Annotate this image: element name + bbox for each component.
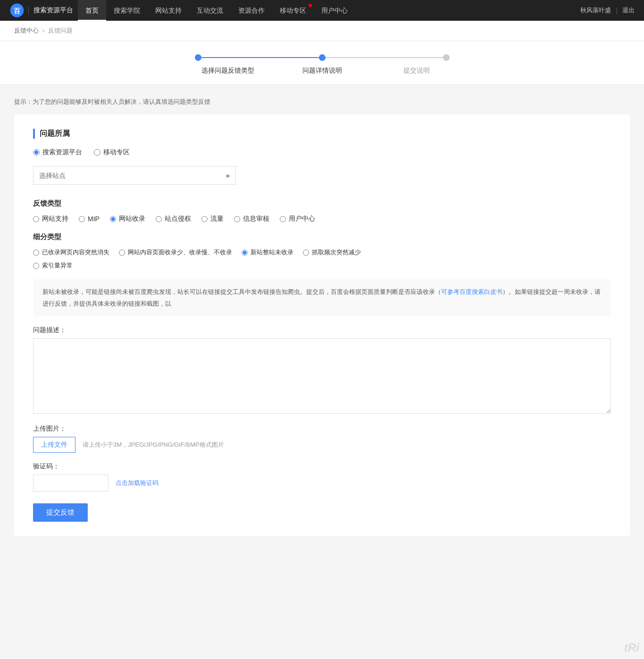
feedback-type-info-review-input[interactable] <box>234 216 240 222</box>
feedback-type-info-review[interactable]: 信息审核 <box>234 215 269 223</box>
nav-dot-mobile <box>309 4 312 7</box>
form-card: 问题所属 搜索资源平台 移动专区 选择站点 ▶ 反馈类型 <box>14 115 630 536</box>
nav-divider: | <box>616 7 618 14</box>
upload-button[interactable]: 上传文件 <box>33 437 75 453</box>
fine-type-group-row1: 已收录网页内容突然消失 网站内容页面收录少、收录慢、不收录 新站整站未收录 抓取… <box>33 248 611 257</box>
fine-type-index-anomaly-input[interactable] <box>33 263 39 269</box>
nav-link-academy[interactable]: 搜索学院 <box>106 0 148 21</box>
fine-type-disappeared-input[interactable] <box>33 250 39 256</box>
nav-link-interaction[interactable]: 互动交流 <box>189 0 231 21</box>
breadcrumb-separator: > <box>42 27 45 34</box>
step-label-2: 问题详情说明 <box>275 67 369 75</box>
step-circle-3 <box>443 54 450 61</box>
platform-radio-mobile[interactable]: 移动专区 <box>94 148 130 157</box>
captcha-section: 验证码： 点击加载验证码 <box>33 462 611 492</box>
feedback-type-user-center[interactable]: 用户中心 <box>280 215 315 223</box>
step-line-1 <box>201 57 319 58</box>
problem-desc-section: 问题描述： <box>33 326 611 415</box>
feedback-type-infringement-input[interactable] <box>156 216 162 222</box>
fine-type-section: 细分类型 已收录网页内容突然消失 网站内容页面收录少、收录慢、不收录 新站整站未… <box>33 233 611 270</box>
breadcrumb-current: 反馈问题 <box>48 26 73 35</box>
steps-container: 选择问题反馈类型 问题详情说明 提交说明 <box>0 41 644 85</box>
info-text-before: 新站未被收录，可能是链接尚未被百度爬虫发现，站长可以在链接提交工具中发布链接告知… <box>42 288 441 295</box>
feedback-type-mip-input[interactable] <box>79 216 85 222</box>
fine-type-crawl-input[interactable] <box>303 250 309 256</box>
breadcrumb: 反馈中心 > 反馈问题 <box>0 21 644 41</box>
breadcrumb-parent[interactable]: 反馈中心 <box>14 26 39 35</box>
nav-logo-text: 搜索资源平台 <box>28 6 73 15</box>
captcha-label: 验证码： <box>33 462 611 471</box>
navigation: 百 搜索资源平台 首页 搜索学院 网站支持 互动交流 资源合作 移动专区 用户中… <box>0 0 644 21</box>
nav-logout[interactable]: 退出 <box>622 6 635 15</box>
problem-desc-label: 问题描述： <box>33 326 611 334</box>
feedback-type-indexing-input[interactable] <box>110 216 116 222</box>
info-link[interactable]: 可参考百度搜索白皮书 <box>441 288 502 295</box>
captcha-input[interactable] <box>33 475 109 492</box>
feedback-type-mip[interactable]: MIP <box>79 215 100 223</box>
nav-username[interactable]: 秋风落叶盛 <box>580 6 611 15</box>
platform-radio-mobile-input[interactable] <box>94 149 100 156</box>
feedback-type-title: 反馈类型 <box>33 199 611 208</box>
captcha-load-link[interactable]: 点击加载验证码 <box>116 479 159 487</box>
nav-links: 首页 搜索学院 网站支持 互动交流 资源合作 移动专区 用户中心 <box>78 0 580 21</box>
nav-link-mobile[interactable]: 移动专区 <box>272 0 314 21</box>
fine-type-new-site-input[interactable] <box>242 250 248 256</box>
nav-link-user-center[interactable]: 用户中心 <box>314 0 355 21</box>
step-label-1: 选择问题反馈类型 <box>181 67 275 75</box>
platform-radio-search[interactable]: 搜索资源平台 <box>33 148 82 157</box>
upload-section: 上传图片： 上传文件 请上传小于3M，JPEG/JPG/PNG/GIF/BMP格… <box>33 425 611 453</box>
upload-label: 上传图片： <box>33 425 611 433</box>
hint-bar: 提示：为了您的问题能够及时被相关人员解决，请认真填选问题类型反馈 <box>14 92 630 115</box>
fine-type-title: 细分类型 <box>33 233 611 242</box>
feedback-type-site-support[interactable]: 网站支持 <box>33 215 68 223</box>
step-circle-2 <box>319 54 326 61</box>
feedback-type-infringement[interactable]: 站点侵权 <box>156 215 191 223</box>
fine-type-slow-index-input[interactable] <box>119 250 125 256</box>
feedback-type-user-center-input[interactable] <box>280 216 286 222</box>
fine-type-disappeared[interactable]: 已收录网页内容突然消失 <box>33 248 109 257</box>
info-box: 新站未被收录，可能是链接尚未被百度爬虫发现，站长可以在链接提交工具中发布链接告知… <box>33 279 611 317</box>
section-title: 问题所属 <box>33 129 611 139</box>
fine-type-slow-index[interactable]: 网站内容页面收录少、收录慢、不收录 <box>119 248 232 257</box>
baidu-logo-icon: 百 <box>9 3 25 18</box>
upload-row: 上传文件 请上传小于3M，JPEG/JPG/PNG/GIF/BMP格式图片 <box>33 437 611 453</box>
platform-radio-group: 搜索资源平台 移动专区 <box>33 148 611 157</box>
hint-text: 提示：为了您的问题能够及时被相关人员解决，请认真填选问题类型反馈 <box>14 98 210 105</box>
fine-type-crawl-reduced[interactable]: 抓取频次突然减少 <box>303 248 361 257</box>
nav-link-resources[interactable]: 资源合作 <box>231 0 272 21</box>
main-content: 提示：为了您的问题能够及时被相关人员解决，请认真填选问题类型反馈 问题所属 搜索… <box>0 85 644 555</box>
fine-type-new-site-unindexed[interactable]: 新站整站未收录 <box>242 248 293 257</box>
svg-text:百: 百 <box>14 7 21 15</box>
fine-type-group-row2: 索引量异常 <box>33 261 611 270</box>
nav-logo: 百 搜索资源平台 <box>9 3 73 18</box>
problem-desc-textarea[interactable] <box>33 338 611 414</box>
feedback-type-indexing[interactable]: 网站收录 <box>110 215 145 223</box>
feedback-type-traffic-input[interactable] <box>201 216 208 222</box>
feedback-type-group: 网站支持 MIP 网站收录 站点侵权 流量 <box>33 215 611 223</box>
platform-radio-search-input[interactable] <box>33 149 40 156</box>
captcha-row: 点击加载验证码 <box>33 475 611 492</box>
feedback-type-traffic[interactable]: 流量 <box>201 215 224 223</box>
fine-type-index-anomaly[interactable]: 索引量异常 <box>33 261 73 270</box>
submit-button[interactable]: 提交反馈 <box>33 503 88 522</box>
submit-section: 提交反馈 <box>33 503 611 522</box>
feedback-type-site-support-input[interactable] <box>33 216 39 222</box>
nav-link-site-support[interactable]: 网站支持 <box>148 0 189 21</box>
site-select[interactable]: 选择站点 <box>33 166 236 185</box>
upload-hint: 请上传小于3M，JPEG/JPG/PNG/GIF/BMP格式图片 <box>83 441 224 449</box>
step-line-2 <box>326 57 443 58</box>
site-select-wrapper: 选择站点 ▶ <box>33 166 236 185</box>
step-circle-1 <box>195 54 201 61</box>
feedback-type-section: 反馈类型 网站支持 MIP 网站收录 站点侵权 <box>33 199 611 223</box>
nav-right: 秋风落叶盛 | 退出 <box>580 6 635 15</box>
nav-link-home[interactable]: 首页 <box>78 0 106 21</box>
step-label-3: 提交说明 <box>369 67 464 75</box>
